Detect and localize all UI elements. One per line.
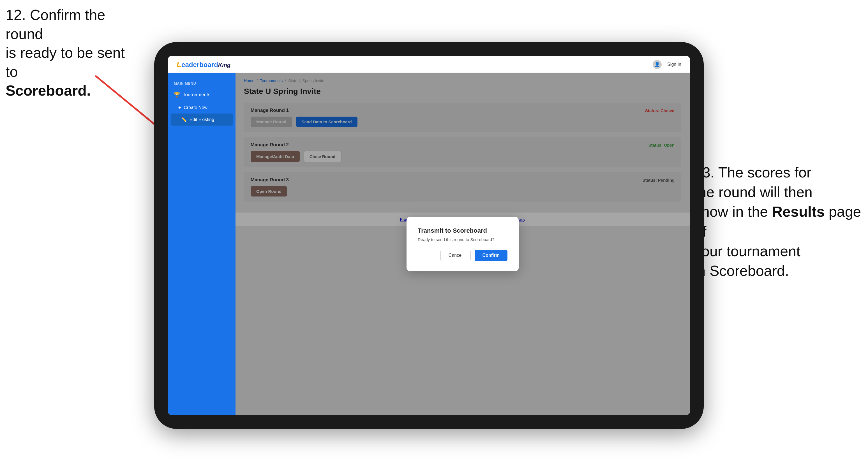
annotation-right-line5: your tournament [694,243,800,259]
sidebar-item-create-new[interactable]: + Create New [168,102,236,114]
logo-eaderboard: eaderboard [181,61,218,69]
plus-icon: + [178,105,181,110]
sidebar-item-edit-existing[interactable]: ✏️ Edit Existing [171,114,233,126]
modal-cancel-button[interactable]: Cancel [440,250,471,261]
sign-in-label: Sign In [667,62,681,67]
annotation-right: 13. The scores for the round will then s… [694,163,862,281]
sidebar-create-new-label: Create New [184,105,207,110]
logo-l: L [177,60,181,69]
annotation-right-line1: 13. The scores for [694,164,811,181]
user-icon[interactable]: 👤 [653,60,662,69]
tablet-screen: LeaderboardKing 👤 Sign In MAIN MENU 🏆 To… [168,56,690,415]
annotation-right-bold: Results [772,204,825,220]
sidebar-section-label: MAIN MENU [168,79,236,88]
logo-king: King [218,62,230,68]
sidebar-edit-existing-label: Edit Existing [189,117,214,122]
sidebar: MAIN MENU 🏆 Tournaments + Create New ✏️ … [168,73,236,415]
annotation-right-line3: show in the [694,204,768,220]
sign-in-button[interactable]: Sign In [667,62,681,67]
annotation-line2: is ready to be sent to [6,44,125,80]
modal-title: Transmit to Scoreboard [418,227,507,234]
annotation-top: 12. Confirm the round is ready to be sen… [6,6,140,100]
nav-right: 👤 Sign In [653,60,681,69]
top-nav: LeaderboardKing 👤 Sign In [168,56,690,73]
transmit-modal: Transmit to Scoreboard Ready to send thi… [406,217,519,271]
annotation-right-line2: the round will then [694,184,812,200]
modal-subtitle: Ready to send this round to Scoreboard? [418,237,507,242]
modal-overlay: Transmit to Scoreboard Ready to send thi… [236,73,690,415]
sidebar-item-tournaments[interactable]: 🏆 Tournaments [168,88,236,102]
logo: LeaderboardKing [177,60,230,69]
app-body: MAIN MENU 🏆 Tournaments + Create New ✏️ … [168,73,690,415]
main-content: Home / Tournaments / State U Spring Invi… [236,73,690,415]
edit-icon: ✏️ [181,117,187,122]
annotation-line3: Scoreboard. [6,83,91,99]
modal-actions: Cancel Confirm [418,250,507,261]
annotation-right-line6: in Scoreboard. [694,263,789,279]
annotation-line1: 12. Confirm the round [6,7,105,42]
modal-confirm-button[interactable]: Confirm [475,250,507,261]
tablet-frame: LeaderboardKing 👤 Sign In MAIN MENU 🏆 To… [154,42,704,429]
sidebar-tournaments-label: Tournaments [183,92,210,98]
trophy-icon: 🏆 [174,92,180,98]
